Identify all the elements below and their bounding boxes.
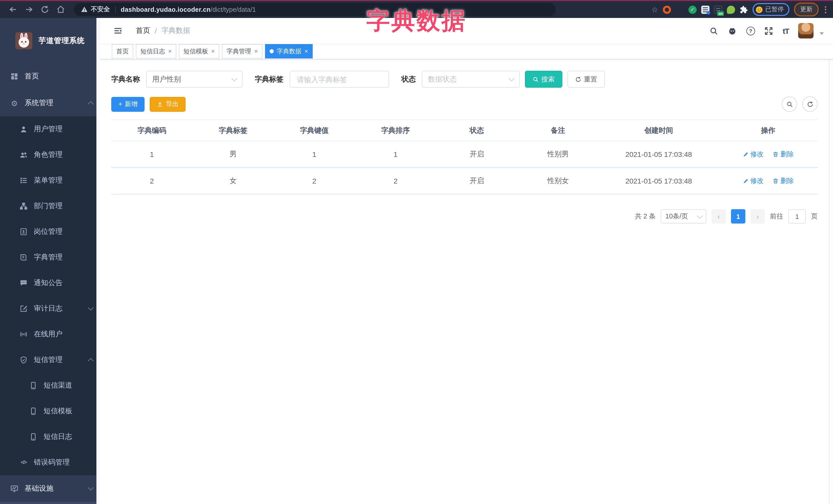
sidebar-item-audit-log[interactable]: 审计日志 [0,296,100,321]
home-icon[interactable] [56,5,65,14]
sidebar-item-roles[interactable]: 角色管理 [0,142,100,168]
user-avatar[interactable] [798,23,813,39]
sidebar-item-users[interactable]: 用户管理 [0,116,100,142]
chevron-up-icon [88,101,94,107]
prev-page-button[interactable]: ‹ [712,209,726,223]
sidebar-item-notice[interactable]: 通知公告 [0,270,100,296]
sidebar-item-sms-template[interactable]: 短信模板 [0,399,100,424]
sidebar-logo[interactable]: 芋道管理系统 [0,18,100,63]
address-bar[interactable]: 不安全 dashboard.yudao.iocoder.cn /dict/typ… [74,3,556,16]
table-header-row: 字典编码 字典标签 字典键值 字典排序 状态 备注 创建时间 操作 [111,120,818,141]
extension-orange-icon[interactable] [663,5,671,14]
tab-dict-data[interactable]: 字典数据 × [265,44,313,58]
github-icon[interactable] [728,26,737,35]
extension-sprout-icon[interactable] [727,5,735,14]
bookmark-star-icon[interactable]: ☆ [651,6,658,13]
dict-type-select[interactable]: 用户性别 [146,71,242,88]
goto-page-input[interactable] [788,209,806,223]
table-toolbar: + 新增 导出 [111,96,818,112]
comment-bubble-icon [20,279,28,287]
sidebar-item-departments[interactable]: 部门管理 [0,193,100,219]
extension-onetab-icon[interactable]: on [714,5,722,14]
tab-sms-log[interactable]: 短信日志 × [136,44,176,58]
tab-home[interactable]: 首页 [112,44,133,58]
page-title-overlay: 字典数据 [366,5,467,37]
phone-icon [29,433,38,441]
page-unit: 页 [811,212,818,221]
sidebar-item-infrastructure[interactable]: 基础设施 [0,475,100,502]
filter-form: 字典名称 用户性别 字典标签 状态 数据状态 [111,71,818,88]
edit-link[interactable]: 修改 [742,150,764,159]
sidebar-item-sms[interactable]: 短信管理 [0,347,100,373]
add-button[interactable]: + 新增 [111,97,145,112]
table-tools [782,96,818,112]
next-page-button[interactable]: › [751,209,765,223]
dict-label-input-wrap [290,71,389,88]
search-button[interactable]: 搜索 [525,71,562,88]
not-secure-warning-icon [81,6,88,13]
close-icon[interactable]: × [254,48,258,54]
chevron-down-icon [697,213,703,219]
pagination: 共 2 条 10条/页 ‹ 1 › 前往 页 [111,209,818,223]
layout: 芋道管理系统 首页 ⚙ 系统管理 用户管理 角色管理 [0,18,833,504]
refresh-icon [575,76,581,82]
extension-check-icon[interactable]: ✓ [688,5,697,14]
sidebar-item-menus[interactable]: 菜单管理 [0,168,100,193]
delete-link[interactable]: 删除 [773,176,794,186]
sidebar-filler [0,502,100,504]
sidebar: 芋道管理系统 首页 ⚙ 系统管理 用户管理 角色管理 [0,18,100,504]
breadcrumb-separator: / [155,27,157,35]
extension-drop-icon[interactable] [675,5,684,14]
profile-paused-pill[interactable]: 已暂停 [753,3,789,16]
close-icon[interactable]: × [305,48,308,54]
back-icon[interactable] [9,5,18,14]
edit-link[interactable]: 修改 [742,176,764,186]
sidebar-item-error-code[interactable]: </> 错误码管理 [0,450,100,475]
on-badge: on [717,11,724,16]
delete-link[interactable]: 删除 [773,150,794,159]
shield-check-icon [20,356,28,364]
sidebar-item-online-users[interactable]: 在线用户 [0,321,100,347]
gear-icon: ⚙ [10,99,19,107]
trash-icon [773,178,779,184]
refresh-table-button[interactable] [802,96,818,112]
plus-icon: + [118,100,122,108]
fullscreen-icon[interactable] [764,26,774,35]
sidebar-item-sms-log[interactable]: 短信日志 [0,424,100,450]
phone-icon [29,407,38,415]
browser-actions: ☆ ✓ on 已暂停 更新 [651,3,828,17]
sidebar-item-sms-channel[interactable]: 短信渠道 [0,373,100,399]
app-title: 芋道管理系统 [39,35,85,45]
avatar-caret-icon[interactable] [820,32,824,34]
forward-icon[interactable] [25,5,33,14]
sidebar-item-posts[interactable]: 岗位管理 [0,219,100,245]
close-icon[interactable]: × [168,48,172,54]
update-button[interactable]: 更新 [794,3,819,17]
dict-label-input[interactable] [296,75,383,84]
sidebar-item-dict[interactable]: 字典管理 [0,245,100,270]
tab-sms-template[interactable]: 短信模板 × [179,44,219,58]
current-page-button[interactable]: 1 [731,209,745,223]
page-size-select[interactable]: 10条/页 [661,209,706,223]
browser-menu-icon[interactable] [823,6,828,13]
close-icon[interactable]: × [211,48,215,54]
font-size-icon[interactable]: tT [783,26,789,35]
export-button[interactable]: 导出 [150,97,186,112]
extension-list-icon[interactable] [701,5,710,14]
sidebar-item-home[interactable]: 首页 [0,63,100,90]
status-select[interactable]: 数据状态 [422,71,520,88]
table-row: 1 男 1 1 开启 性别男 2021-01-05 17:03:48 修改 [111,141,818,168]
toggle-search-button[interactable] [782,96,797,112]
dict-data-table: 字典编码 字典标签 字典键值 字典排序 状态 备注 创建时间 操作 1 [111,119,818,195]
search-icon[interactable] [710,26,719,35]
breadcrumb-home[interactable]: 首页 [136,26,150,35]
reload-icon[interactable] [41,5,49,14]
reset-button[interactable]: 重置 [568,71,605,88]
sidebar-item-system[interactable]: ⚙ 系统管理 [0,90,100,116]
collapse-sidebar-icon[interactable] [113,27,122,35]
tab-dict-manage[interactable]: 字典管理 × [222,44,262,58]
help-icon[interactable]: ? [746,26,755,35]
url-domain: dashboard.yudao.iocoder.cn [121,6,211,13]
extensions-puzzle-icon[interactable] [740,5,748,14]
page-content: 字典名称 用户性别 字典标签 状态 数据状态 [100,59,833,504]
